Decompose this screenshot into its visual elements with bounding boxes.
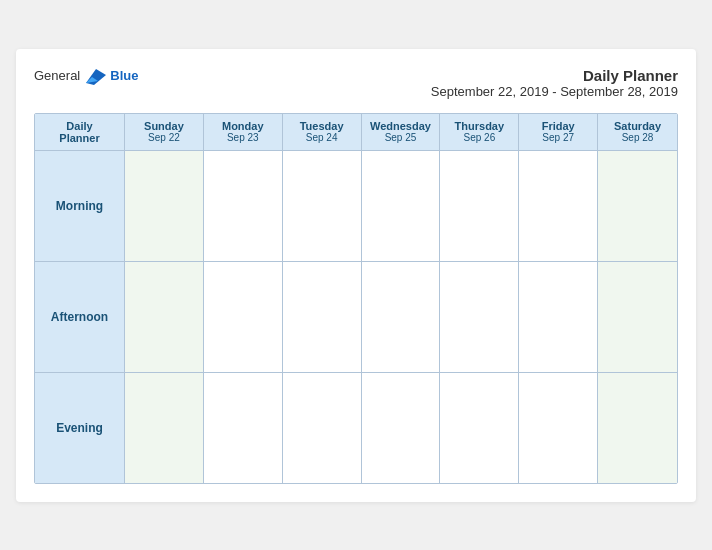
row-afternoon: Afternoon	[35, 262, 677, 373]
header-cell-wednesday: Wednesday Sep 25	[362, 114, 441, 151]
col-label-planner: Planner	[39, 132, 120, 144]
cell-afternoon-tuesday[interactable]	[283, 262, 362, 372]
row-evening: Evening	[35, 373, 677, 483]
logo-general: General	[34, 68, 80, 83]
header: General Blue Daily Planner September 22,…	[34, 67, 678, 99]
cell-afternoon-sunday[interactable]	[125, 262, 204, 372]
cell-afternoon-friday[interactable]	[519, 262, 598, 372]
header-cell-monday: Monday Sep 23	[204, 114, 283, 151]
logo-bird-icon	[84, 67, 106, 85]
cell-afternoon-wednesday[interactable]	[362, 262, 441, 372]
cell-morning-tuesday[interactable]	[283, 151, 362, 261]
cell-morning-wednesday[interactable]	[362, 151, 441, 261]
cell-morning-sunday[interactable]	[125, 151, 204, 261]
svg-marker-0	[86, 69, 106, 85]
logo-area: General Blue	[34, 67, 138, 85]
planner-subtitle: September 22, 2019 - September 28, 2019	[431, 84, 678, 99]
cell-evening-tuesday[interactable]	[283, 373, 362, 483]
cell-afternoon-saturday[interactable]	[598, 262, 677, 372]
logo-blue: Blue	[110, 68, 138, 83]
planner-grid: Daily Planner Sunday Sep 22 Monday Sep 2…	[34, 113, 678, 484]
cell-evening-saturday[interactable]	[598, 373, 677, 483]
cell-morning-monday[interactable]	[204, 151, 283, 261]
planner-container: General Blue Daily Planner September 22,…	[16, 49, 696, 502]
header-cell-tuesday: Tuesday Sep 24	[283, 114, 362, 151]
header-cell-friday: Friday Sep 27	[519, 114, 598, 151]
planner-title: Daily Planner	[431, 67, 678, 84]
cell-evening-friday[interactable]	[519, 373, 598, 483]
cell-morning-thursday[interactable]	[440, 151, 519, 261]
grid-header-row: Daily Planner Sunday Sep 22 Monday Sep 2…	[35, 114, 677, 151]
cell-evening-thursday[interactable]	[440, 373, 519, 483]
cell-evening-sunday[interactable]	[125, 373, 204, 483]
row-label-morning: Morning	[35, 151, 125, 261]
row-label-evening: Evening	[35, 373, 125, 483]
col-label-daily: Daily	[39, 120, 120, 132]
header-cell-daily-planner: Daily Planner	[35, 114, 125, 151]
cell-afternoon-monday[interactable]	[204, 262, 283, 372]
evening-label: Evening	[56, 421, 103, 435]
title-area: Daily Planner September 22, 2019 - Septe…	[431, 67, 678, 99]
cell-evening-wednesday[interactable]	[362, 373, 441, 483]
cell-afternoon-thursday[interactable]	[440, 262, 519, 372]
header-cell-saturday: Saturday Sep 28	[598, 114, 677, 151]
row-morning: Morning	[35, 151, 677, 262]
cell-morning-friday[interactable]	[519, 151, 598, 261]
header-cell-sunday: Sunday Sep 22	[125, 114, 204, 151]
row-label-afternoon: Afternoon	[35, 262, 125, 372]
header-cell-thursday: Thursday Sep 26	[440, 114, 519, 151]
morning-label: Morning	[56, 199, 103, 213]
cell-morning-saturday[interactable]	[598, 151, 677, 261]
afternoon-label: Afternoon	[51, 310, 108, 324]
cell-evening-monday[interactable]	[204, 373, 283, 483]
